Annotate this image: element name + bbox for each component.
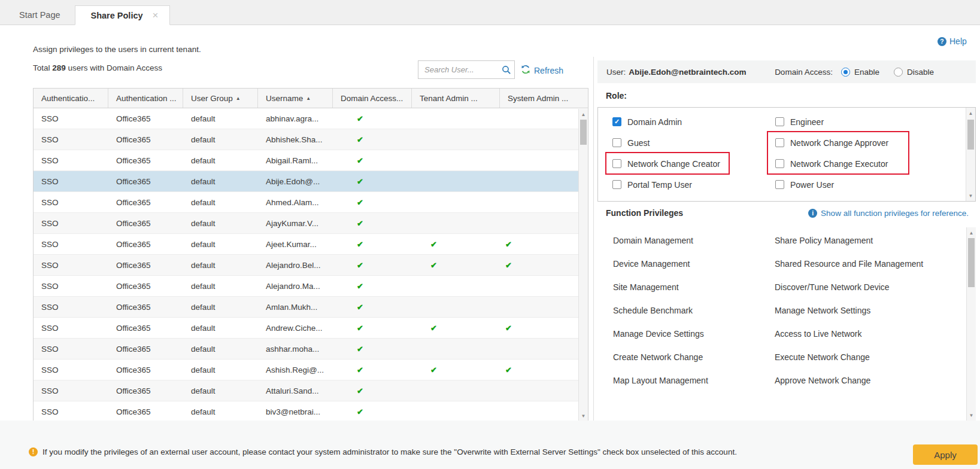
footer-bar (0, 421, 980, 469)
help-link[interactable]: ? Help (937, 36, 967, 46)
cell: SSO (34, 318, 108, 338)
scrollbar-thumb[interactable] (968, 238, 975, 287)
table-row[interactable]: SSOOffice365defaultAmlan.Mukh...✔ (34, 297, 588, 318)
cell: SSO (34, 339, 108, 359)
tab-start-page[interactable]: Start Page (5, 5, 75, 25)
role-checkbox-network-change-creator[interactable]: Network Change Creator (612, 153, 775, 174)
cell: SSO (34, 401, 108, 421)
tab-share-policy[interactable]: Share Policy× (75, 5, 170, 25)
scroll-up-icon[interactable]: ▲ (966, 109, 975, 117)
table-row[interactable]: SSOOffice365defaultAttaluri.Sand...✔ (34, 380, 588, 401)
table-row[interactable]: SSOOffice365defaultbiv3@netbrai...✔ (34, 401, 588, 421)
scroll-down-icon[interactable]: ▼ (579, 412, 588, 420)
cell: SSO (34, 192, 108, 212)
cell: SSO (34, 150, 108, 170)
search-icon[interactable] (499, 65, 514, 75)
check-icon: ✔ (357, 177, 363, 186)
privilege-item: Approve Network Change (775, 372, 924, 389)
cell-tenant-admin (412, 129, 500, 150)
column-header-username[interactable]: Username▲ (258, 89, 333, 108)
cell: Office365 (108, 339, 183, 359)
column-header-user-group[interactable]: User Group▲ (183, 89, 258, 108)
privilege-item: Manage Network Settings (775, 302, 924, 319)
table-scrollbar[interactable]: ▲ ▼ (578, 109, 588, 421)
table-row[interactable]: SSOOffice365defaultAbije.Edoh@...✔ (34, 171, 588, 192)
cell: default (183, 213, 258, 233)
check-icon: ✔ (357, 198, 363, 207)
cell: Ashish.Regi@... (258, 360, 333, 380)
table-row[interactable]: SSOOffice365defaultAbigail.Raml...✔ (34, 150, 588, 171)
radio-enable[interactable]: Enable (841, 68, 879, 77)
cell: Office365 (108, 360, 183, 380)
apply-button[interactable]: Apply (913, 444, 978, 465)
cell: Office365 (108, 255, 183, 275)
cell: default (183, 401, 258, 421)
check-icon: ✔ (430, 240, 437, 249)
table-row[interactable]: SSOOffice365defaultashhar.moha...✔ (34, 339, 588, 360)
cell-domain-access: ✔ (333, 171, 412, 191)
cell-tenant-admin (412, 192, 500, 212)
privilege-item: Shared Resource and File Management (775, 255, 924, 272)
table-row[interactable]: SSOOffice365defaultAjeet.Kumar...✔✔✔ (34, 234, 588, 255)
table-row[interactable]: SSOOffice365defaultAbhishek.Sha...✔ (34, 129, 588, 150)
check-icon: ✔ (357, 156, 363, 165)
cell: default (183, 171, 258, 191)
refresh-button[interactable]: Refresh (521, 65, 563, 76)
scroll-down-icon[interactable]: ▼ (967, 411, 976, 419)
table-row[interactable]: SSOOffice365defaultAshish.Regi@...✔✔✔ (34, 360, 588, 380)
show-all-privileges-link[interactable]: i Show all function privileges for refer… (808, 209, 969, 218)
role-checkbox-power-user[interactable]: Power User (775, 174, 975, 195)
role-checkbox-domain-admin[interactable]: ✓Domain Admin (612, 111, 775, 132)
close-icon[interactable]: × (153, 10, 159, 20)
cell: default (183, 150, 258, 170)
privilege-item: Manage Device Settings (597, 325, 775, 342)
role-checkbox-network-change-approver[interactable]: Network Change Approver (775, 132, 975, 153)
cell: Abije.Edoh@... (258, 171, 333, 191)
radio-label: Disable (907, 68, 934, 77)
role-column: EngineerNetwork Change ApproverNetwork C… (775, 111, 975, 201)
column-header-tenant-admin[interactable]: Tenant Admin ... (412, 89, 500, 108)
radio-disable[interactable]: Disable (894, 68, 934, 77)
column-header-domain-access[interactable]: Domain Access... (333, 89, 412, 108)
sort-ascending-icon: ▲ (236, 96, 241, 101)
check-icon: ✔ (357, 407, 363, 416)
cell: default (183, 339, 258, 359)
function-privileges-title: Function Privileges (606, 208, 683, 218)
role-checkbox-network-change-executor[interactable]: Network Change Executor (775, 153, 975, 174)
cell: Office365 (108, 401, 183, 421)
column-header-authentication[interactable]: Authentication ... (108, 89, 183, 108)
cell-domain-access: ✔ (333, 297, 412, 317)
check-icon: ✔ (357, 386, 363, 395)
cell: Office365 (108, 129, 183, 150)
info-icon: i (808, 209, 817, 218)
role-name: Domain Admin (627, 117, 682, 127)
column-header-authenticatio[interactable]: Authenticatio... (34, 89, 108, 108)
table-row[interactable]: SSOOffice365defaultAlejandro.Bel...✔✔✔ (34, 255, 588, 276)
privilege-item: Share Policy Management (775, 232, 924, 249)
search-input[interactable] (418, 65, 499, 74)
column-label: System Admin ... (508, 94, 568, 103)
scroll-down-icon[interactable]: ▼ (966, 191, 975, 200)
role-scrollbar[interactable]: ▲ ▼ (966, 108, 975, 201)
check-icon: ✔ (357, 240, 363, 249)
role-checkbox-engineer[interactable]: Engineer (775, 111, 975, 132)
table-row[interactable]: SSOOffice365defaultAlejandro.Ma...✔ (34, 276, 588, 297)
scroll-up-icon[interactable]: ▲ (579, 110, 588, 118)
column-header-system-admin[interactable]: System Admin ... (500, 89, 588, 108)
scrollbar-thumb[interactable] (580, 120, 587, 145)
table-row[interactable]: SSOOffice365defaultAndrew.Ciche...✔✔✔ (34, 318, 588, 339)
cell-tenant-admin: ✔ (412, 234, 500, 254)
role-checkbox-guest[interactable]: Guest (612, 132, 775, 153)
cell: abhinav.agra... (258, 108, 333, 129)
role-checkbox-portal-temp-user[interactable]: Portal Temp User (612, 174, 775, 195)
table-row[interactable]: SSOOffice365defaultAhmed.Alam...✔ (34, 192, 588, 213)
privilege-row: Manage Device SettingsAccess to Live Net… (597, 325, 976, 342)
privileges-scrollbar[interactable]: ▲ ▼ (966, 227, 976, 421)
privilege-item: Access to Live Network (775, 325, 924, 342)
checkbox-icon (612, 159, 621, 168)
scrollbar-thumb[interactable] (967, 120, 974, 150)
scroll-up-icon[interactable]: ▲ (967, 229, 976, 237)
table-row[interactable]: SSOOffice365defaultabhinav.agra...✔ (34, 108, 588, 129)
cell-system-admin (500, 297, 588, 317)
table-row[interactable]: SSOOffice365defaultAjayKumar.V...✔ (34, 213, 588, 234)
